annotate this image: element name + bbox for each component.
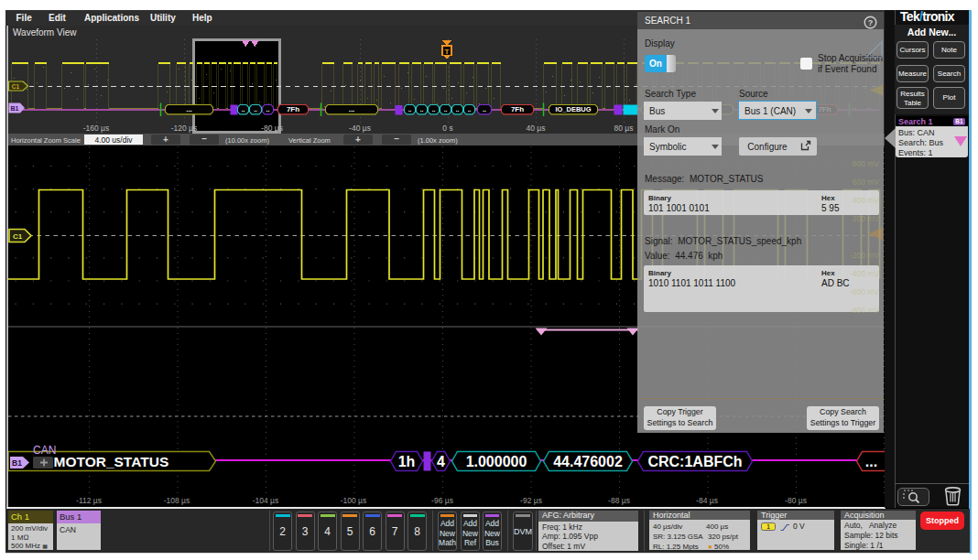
svg-text:..: .. bbox=[254, 106, 257, 113]
svg-text:800 mV: 800 mV bbox=[853, 158, 880, 167]
svg-text:B1: B1 bbox=[11, 105, 19, 112]
svg-text:1.000000: 1.000000 bbox=[465, 454, 527, 469]
svg-text:..: .. bbox=[266, 106, 269, 113]
svg-text:..: .. bbox=[431, 106, 435, 113]
svg-text:..: .. bbox=[443, 106, 447, 113]
svg-text:...: ... bbox=[348, 105, 354, 113]
svg-text:CRC:1ABFCh: CRC:1ABFCh bbox=[647, 454, 742, 469]
svg-text:..: .. bbox=[483, 106, 486, 113]
svg-text:B1: B1 bbox=[12, 458, 22, 468]
svg-text:...: ... bbox=[864, 454, 876, 469]
svg-text:C1: C1 bbox=[12, 83, 20, 90]
svg-text:-400 mV: -400 mV bbox=[850, 268, 879, 277]
svg-text:7Fh: 7Fh bbox=[510, 105, 523, 113]
svg-text:1h: 1h bbox=[397, 454, 415, 469]
svg-text:C1: C1 bbox=[12, 232, 22, 241]
svg-text:600 mV: 600 mV bbox=[853, 177, 880, 186]
svg-text:-600 mV: -600 mV bbox=[850, 286, 879, 296]
svg-text:7Fh: 7Fh bbox=[286, 105, 299, 113]
svg-text:...: ... bbox=[186, 105, 192, 113]
svg-text:..: .. bbox=[467, 106, 471, 113]
svg-text:44.476002: 44.476002 bbox=[553, 454, 623, 469]
svg-text:..: .. bbox=[419, 106, 423, 113]
svg-text:400 mV: 400 mV bbox=[853, 195, 880, 204]
svg-text:..: .. bbox=[455, 106, 459, 113]
svg-text:MOTOR_STATUS: MOTOR_STATUS bbox=[53, 454, 168, 469]
svg-text:..: .. bbox=[408, 106, 411, 113]
svg-text:-200 mV: -200 mV bbox=[850, 250, 879, 259]
svg-text:IO_DEBUG: IO_DEBUG bbox=[555, 105, 591, 113]
svg-text:200 mV: 200 mV bbox=[853, 213, 880, 222]
svg-text:4: 4 bbox=[437, 454, 445, 469]
svg-text:..: .. bbox=[241, 106, 244, 113]
svg-text:-800 mV: -800 mV bbox=[850, 305, 879, 314]
